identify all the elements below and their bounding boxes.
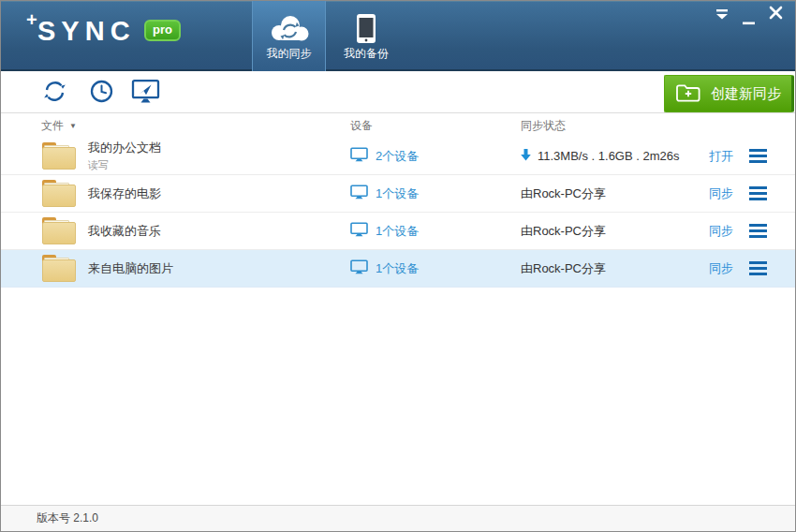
table-header: 文件 ▼ 设备 同步状态 xyxy=(1,114,795,138)
hamburger-menu-icon[interactable] xyxy=(749,224,767,238)
folder-permission: 读写 xyxy=(88,158,161,172)
window-controls xyxy=(713,1,786,32)
header: + SYNC pro xyxy=(1,1,795,71)
status-cell: 11.3MB/s . 1.6GB . 2m26s xyxy=(521,149,708,164)
sync-link[interactable]: 同步 xyxy=(709,185,733,202)
monitor-icon xyxy=(350,147,368,166)
column-header-status: 同步状态 xyxy=(521,118,795,134)
status-text: 由Rock-PC分享 xyxy=(521,185,606,202)
toolbar: 创建新同步 xyxy=(1,73,795,113)
device-count-link[interactable]: 1个设备 xyxy=(376,223,419,240)
folder-plus-icon xyxy=(675,81,701,106)
history-clock-icon xyxy=(89,79,114,107)
table-row-favorite-music[interactable]: 我收藏的音乐 1个设备 由Rock-PC分享 同步 xyxy=(1,213,795,250)
open-link[interactable]: 打开 xyxy=(709,148,733,165)
hamburger-menu-icon[interactable] xyxy=(749,149,767,163)
file-cell: 我收藏的音乐 xyxy=(1,217,350,244)
sync-link[interactable]: 同步 xyxy=(709,223,733,240)
status-cell: 由Rock-PC分享 xyxy=(521,260,708,277)
status-cell: 由Rock-PC分享 xyxy=(521,185,708,202)
minimize-icon[interactable] xyxy=(740,9,758,32)
folder-name: 我收藏的音乐 xyxy=(88,223,161,240)
table-row-saved-movies[interactable]: 我保存的电影 1个设备 由Rock-PC分享 同步 xyxy=(1,175,795,213)
history-button[interactable] xyxy=(85,73,117,112)
action-cell: 打开 xyxy=(708,148,795,165)
device-count-link[interactable]: 1个设备 xyxy=(376,260,419,277)
version-label: 版本号 2.1.0 xyxy=(37,510,98,526)
file-cell: 我保存的电影 xyxy=(1,180,350,207)
action-cell: 同步 xyxy=(708,223,795,240)
folder-name: 来自电脑的图片 xyxy=(88,260,173,277)
sync-link[interactable]: 同步 xyxy=(709,260,733,277)
tab-label: 我的同步 xyxy=(267,46,312,62)
monitor-icon xyxy=(350,222,368,241)
collapse-icon[interactable] xyxy=(713,5,731,32)
download-arrow-icon xyxy=(521,149,531,164)
device-cell: 1个设备 xyxy=(350,222,521,241)
file-cell: 我的办公文档 读写 xyxy=(1,140,350,172)
create-sync-button[interactable]: 创建新同步 xyxy=(664,75,794,112)
app-window: + SYNC pro xyxy=(0,0,796,532)
cloud-sync-icon xyxy=(268,11,311,45)
tab-my-sync[interactable]: 我的同步 xyxy=(252,1,326,71)
action-cell: 同步 xyxy=(708,260,795,277)
sort-down-arrow-icon: ▼ xyxy=(69,122,77,130)
remote-device-button[interactable] xyxy=(129,73,161,112)
table-row-office-docs[interactable]: 我的办公文档 读写 2个设备 11. xyxy=(1,138,795,175)
status-text: 11.3MB/s . 1.6GB . 2m26s xyxy=(538,149,680,163)
device-cell: 2个设备 xyxy=(350,147,521,166)
logo-text: SYNC xyxy=(37,16,136,47)
action-cell: 同步 xyxy=(708,185,795,202)
column-header-file[interactable]: 文件 ▼ xyxy=(41,118,350,134)
sync-folder-list: 我的办公文档 读写 2个设备 11. xyxy=(1,138,795,288)
folder-name: 我保存的电影 xyxy=(88,185,161,202)
status-cell: 由Rock-PC分享 xyxy=(521,223,708,240)
table-row-pc-pictures[interactable]: 来自电脑的图片 1个设备 由Rock-PC分享 同步 xyxy=(1,250,795,288)
create-sync-label: 创建新同步 xyxy=(711,85,781,103)
sync-icon xyxy=(42,79,67,107)
file-header-label: 文件 xyxy=(41,118,64,134)
folder-icon xyxy=(42,217,76,244)
remote-monitor-icon xyxy=(131,79,160,107)
close-icon[interactable] xyxy=(766,3,786,32)
folder-icon xyxy=(42,255,76,282)
pro-badge: pro xyxy=(144,20,181,41)
device-cell: 1个设备 xyxy=(350,185,521,203)
phone-icon xyxy=(356,11,376,45)
hamburger-menu-icon[interactable] xyxy=(749,186,767,200)
tab-my-backup[interactable]: 我的备份 xyxy=(326,1,406,71)
device-cell: 1个设备 xyxy=(350,259,521,278)
monitor-icon xyxy=(350,259,368,278)
hamburger-menu-icon[interactable] xyxy=(749,261,767,275)
sync-now-button[interactable] xyxy=(38,73,70,112)
folder-icon xyxy=(42,180,76,207)
status-text: 由Rock-PC分享 xyxy=(521,223,606,240)
column-header-device: 设备 xyxy=(350,118,521,134)
tab-label: 我的备份 xyxy=(344,46,389,62)
folder-name: 我的办公文档 xyxy=(88,140,161,156)
monitor-icon xyxy=(350,185,368,203)
status-bar: 版本号 2.1.0 xyxy=(1,505,795,531)
device-count-link[interactable]: 1个设备 xyxy=(376,185,419,202)
logo-plus: + xyxy=(26,9,37,31)
status-text: 由Rock-PC分享 xyxy=(521,260,606,277)
file-cell: 来自电脑的图片 xyxy=(1,255,350,282)
folder-icon xyxy=(42,142,76,170)
device-count-link[interactable]: 2个设备 xyxy=(376,148,419,165)
